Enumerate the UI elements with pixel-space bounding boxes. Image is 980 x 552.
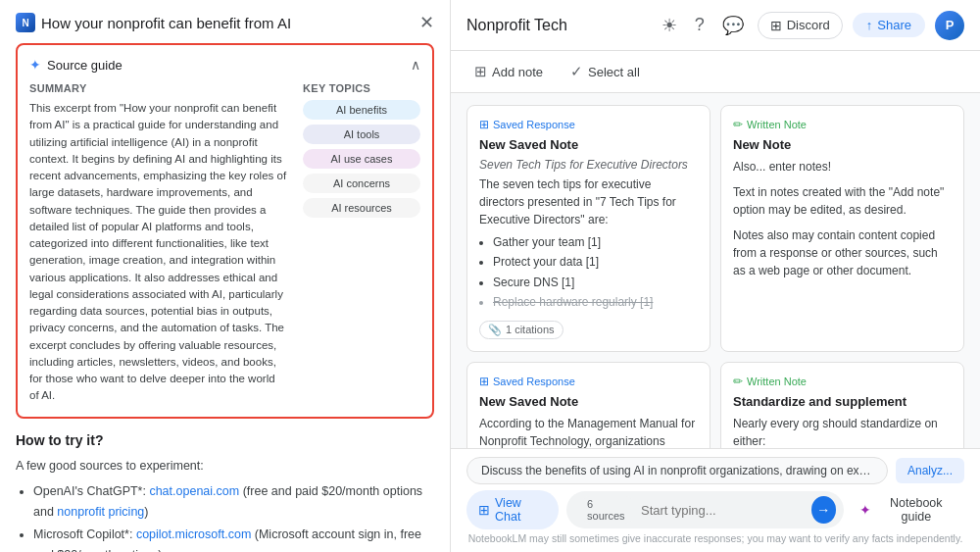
- add-note-icon: ⊞: [474, 63, 487, 80]
- topics-label: Key Topics: [303, 82, 420, 94]
- note-card-4[interactable]: ✏ Written Note Standardize and supplemen…: [720, 362, 964, 448]
- theme-toggle-button[interactable]: ☀: [658, 11, 681, 40]
- note-list-1: Gather your team [1] Protect your data […: [479, 232, 698, 313]
- tab-view-chat[interactable]: ⊞ View Chat: [466, 490, 559, 529]
- note-type-badge-2: ✏ Written Note: [733, 118, 952, 131]
- chevron-up-icon[interactable]: ∧: [411, 57, 420, 73]
- copilot-link[interactable]: copilot.microsoft.com: [136, 527, 251, 541]
- add-note-button[interactable]: ⊞ Add note: [466, 59, 551, 84]
- send-button[interactable]: →: [811, 496, 836, 524]
- bottom-area: Discuss the benefits of using AI in nonp…: [451, 448, 980, 552]
- share-label: Share: [877, 18, 911, 32]
- note-title-4: Standardize and supplement: [733, 394, 952, 409]
- note-list-item: Protect your data [1]: [493, 252, 698, 272]
- note-list-item: Secure DNS [1]: [493, 273, 698, 292]
- note-type-label-4: Written Note: [747, 376, 807, 387]
- written-note-icon: ✏: [733, 118, 743, 131]
- note-list-item-inactive: Replace hardware regularly [1]: [493, 292, 698, 312]
- written-note-icon-2: ✏: [733, 375, 743, 388]
- source-guide-summary: Summary This excerpt from "How your nonp…: [29, 82, 287, 405]
- source-guide-columns: Summary This excerpt from "How your nonp…: [29, 82, 420, 405]
- left-title-text: How your nonprofit can benefit from AI: [41, 15, 291, 31]
- note-title-2: New Note: [733, 137, 952, 152]
- chat-input[interactable]: [641, 503, 806, 518]
- left-panel: N How your nonprofit can benefit from AI…: [0, 0, 451, 552]
- saved-response-icon-2: ⊞: [479, 375, 489, 388]
- how-to-intro: A few good sources to experiment:: [16, 456, 434, 476]
- chat-icon-button[interactable]: 💬: [718, 11, 748, 40]
- chatgpt-link[interactable]: chat.openai.com: [149, 484, 239, 498]
- toolbar: ⊞ Add note ✓ Select all: [451, 51, 980, 93]
- notebook-icon: N: [16, 13, 35, 32]
- topic-chip-ai-benefits[interactable]: AI benefits: [303, 100, 420, 120]
- note-title-1: New Saved Note: [479, 137, 698, 152]
- star-icon: ✦: [859, 502, 871, 518]
- sparkle-icon: ✦: [29, 57, 41, 73]
- note-type-label-1: Saved Response: [493, 119, 575, 130]
- source-guide-header: ✦ Source guide ∧: [29, 57, 420, 73]
- topic-chips: AI benefits AI tools AI use cases AI con…: [303, 100, 420, 223]
- bottom-tabs: ⊞ View Chat 6 sources → ✦ Notebook guide: [466, 490, 964, 529]
- select-all-label: Select all: [588, 65, 640, 79]
- prompt-text: Discuss the benefits of using AI in nonp…: [466, 457, 888, 484]
- note-card-3[interactable]: ⊞ Saved Response New Saved Note Accordin…: [466, 362, 710, 448]
- notebook-guide-label: Notebook guide: [876, 496, 956, 524]
- discord-button[interactable]: ⊞ Discord: [758, 12, 843, 39]
- top-bar-actions: ☀ ? 💬 ⊞ Discord ↑ Share P: [658, 11, 964, 40]
- analyze-button[interactable]: Analyz...: [896, 458, 964, 483]
- list-item: OpenAI's ChatGPT*: chat.openai.com (free…: [33, 481, 434, 524]
- share-icon: ↑: [866, 18, 873, 32]
- topic-chip-ai-tools[interactable]: AI tools: [303, 125, 420, 144]
- left-panel-title: N How your nonprofit can benefit from AI…: [16, 12, 434, 33]
- view-chat-label: View Chat: [495, 496, 547, 524]
- citations-badge[interactable]: 📎 1 citations: [479, 321, 564, 339]
- note-card-1[interactable]: ⊞ Saved Response New Saved Note Seven Te…: [466, 105, 710, 352]
- discord-label: Discord: [787, 18, 830, 32]
- sources-badge[interactable]: 6 sources: [580, 496, 635, 524]
- nonprofit-pricing-link[interactable]: nonprofit pricing: [57, 505, 144, 519]
- share-button[interactable]: ↑ Share: [853, 13, 925, 37]
- close-icon[interactable]: ✕: [419, 12, 434, 33]
- source-guide-topics: Key Topics AI benefits AI tools AI use c…: [303, 82, 420, 405]
- topic-chip-ai-resources[interactable]: AI resources: [303, 198, 420, 218]
- notes-grid: ⊞ Saved Response New Saved Note Seven Te…: [451, 93, 980, 448]
- check-icon: ✓: [570, 63, 583, 80]
- help-button[interactable]: ?: [691, 11, 709, 39]
- note-body-3: According to the Management Manual for N…: [479, 415, 698, 448]
- page-title: Nonprofit Tech: [466, 17, 567, 34]
- source-guide-title: ✦ Source guide: [29, 57, 122, 73]
- note-type-badge-1: ⊞ Saved Response: [479, 118, 698, 131]
- note-title-3: New Saved Note: [479, 394, 698, 409]
- prompt-bar: Discuss the benefits of using AI in nonp…: [466, 457, 964, 484]
- how-to-heading: How to try it?: [16, 432, 434, 448]
- list-item: Microsoft Copilot*: copilot.microsoft.co…: [33, 525, 434, 552]
- note-subtitle-1: Seven Tech Tips for Executive Directors: [479, 158, 698, 172]
- avatar[interactable]: P: [935, 11, 964, 40]
- discord-icon: ⊞: [770, 18, 782, 33]
- source-guide-box: ✦ Source guide ∧ Summary This excerpt fr…: [16, 43, 434, 419]
- disclaimer-text: NotebookLM may still sometimes give inac…: [466, 529, 964, 548]
- note-body-2c: Notes also may contain content copied fr…: [733, 226, 952, 279]
- note-list-item: Gather your team [1]: [493, 232, 698, 252]
- note-body-2b: Text in notes created with the "Add note…: [733, 183, 952, 219]
- note-body-4: Nearly every org should standardize on e…: [733, 415, 952, 448]
- right-panel: Nonprofit Tech ☀ ? 💬 ⊞ Discord ↑ Share P…: [451, 0, 980, 552]
- citation-icon: 📎: [488, 324, 502, 336]
- note-type-badge-4: ✏ Written Note: [733, 375, 952, 388]
- select-all-button[interactable]: ✓ Select all: [563, 59, 648, 84]
- note-body-2a: Also... enter notes!: [733, 158, 952, 176]
- topic-chip-ai-use-cases[interactable]: AI use cases: [303, 149, 420, 169]
- chat-input-wrap: 6 sources →: [566, 491, 844, 528]
- summary-label: Summary: [29, 82, 287, 94]
- avatar-initial: P: [946, 18, 955, 32]
- source-guide-heading: Source guide: [47, 58, 122, 73]
- note-card-2[interactable]: ✏ Written Note New Note Also... enter no…: [720, 105, 964, 352]
- note-type-label-2: Written Note: [747, 119, 807, 130]
- summary-text: This excerpt from "How your nonprofit ca…: [29, 100, 287, 405]
- add-note-label: Add note: [492, 65, 543, 79]
- citations-count: 1 citations: [506, 324, 555, 335]
- topic-chip-ai-concerns[interactable]: AI concerns: [303, 174, 420, 193]
- note-type-badge-3: ⊞ Saved Response: [479, 375, 698, 388]
- chat-tab-icon: ⊞: [478, 502, 490, 518]
- notebook-guide-button[interactable]: ✦ Notebook guide: [852, 492, 964, 527]
